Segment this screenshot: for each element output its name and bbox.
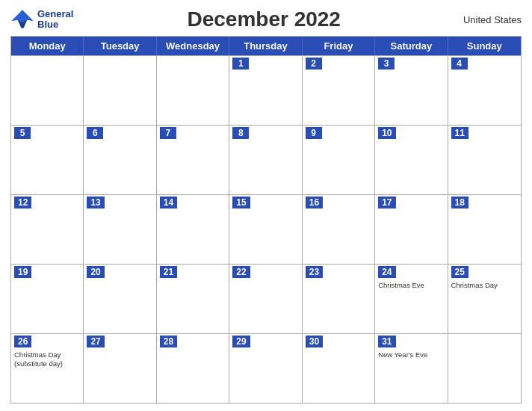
week-2: 567891011 [11,125,521,194]
country-label: United States [454,14,522,25]
day-number: 24 [378,266,395,278]
day-number: 15 [232,197,250,208]
cell-empty: 0 [84,56,156,125]
day-number: 18 [451,197,468,208]
cell-day-6: 6 [84,126,156,194]
day-header-monday: Monday [11,37,84,55]
logo-area: General Blue [10,9,73,31]
cell-event: Christmas Eve [378,281,444,290]
cell-day-4: 4 [448,56,521,125]
day-number: 11 [451,127,468,139]
cell-day-13: 13 [84,195,156,264]
week-5: 26Christmas Day (substitute day)27282930… [11,333,521,403]
cell-day-7: 7 [157,126,229,194]
cell-day-22: 22 [229,265,302,333]
day-header-wednesday: Wednesday [157,37,229,55]
day-number: 13 [87,197,104,208]
day-number: 20 [87,266,104,278]
cell-day-15: 15 [229,195,302,264]
day-number: 9 [306,127,322,139]
week-3: 12131415161718 [11,194,521,264]
day-number: 21 [160,266,177,278]
day-number: 29 [232,336,250,347]
cell-day-14: 14 [157,195,229,264]
cell-event: Christmas Day (substitute day) [14,350,80,369]
cell-event: New Year's Eve [378,350,444,359]
day-number: 26 [14,336,31,347]
cell-day-21: 21 [157,265,229,333]
month-title: December 2022 [73,7,454,31]
day-number: 25 [451,266,468,278]
day-number: 16 [306,197,323,208]
week-4: 192021222324Christmas Eve25Christmas Day [11,264,521,333]
cell-day-29: 29 [229,334,302,403]
cell-day-3: 3 [375,56,448,125]
day-number: 2 [306,58,322,69]
day-number: 17 [378,197,395,208]
cell-day-28: 28 [157,334,229,403]
day-number: 12 [14,197,31,208]
day-header-saturday: Saturday [375,37,448,55]
header: General Blue December 2022 United States [10,7,522,31]
cell-day-16: 16 [303,195,375,264]
cell-day-19: 19 [11,265,84,333]
cell-day-1: 1 [229,56,302,125]
cell-day-11: 11 [448,126,521,194]
cell-day-20: 20 [84,265,156,333]
cell-day-9: 9 [303,126,375,194]
day-number: 8 [232,127,249,139]
logo-text: General Blue [37,9,73,31]
day-number: 31 [378,336,395,347]
day-header-friday: Friday [303,37,375,55]
day-number: 14 [160,197,177,208]
day-header-thursday: Thursday [229,37,302,55]
day-number: 1 [232,58,249,69]
day-number: 10 [378,127,395,139]
cell-day-26: 26Christmas Day (substitute day) [11,334,84,403]
cell-day-25: 25Christmas Day [448,265,521,333]
cell-day-17: 17 [375,195,448,264]
cell-empty: 0 [11,56,84,125]
day-number: 28 [160,336,177,347]
day-number: 19 [14,266,31,278]
day-number: 30 [306,336,323,347]
cell-empty: 0 [157,56,229,125]
day-number: 4 [451,58,468,69]
cell-event: Christmas Day [451,281,518,290]
day-number: 27 [87,336,104,347]
day-number: 22 [232,266,250,278]
day-number: 7 [160,127,176,139]
day-number: 0 [14,58,31,69]
cell-day-2: 2 [303,56,375,125]
day-headers: MondayTuesdayWednesdayThursdayFridaySatu… [11,37,521,55]
weeks: 0001234567891011121314151617181920212223… [11,55,521,403]
cell-day-8: 8 [229,126,302,194]
cell-day-12: 12 [11,195,84,264]
cell-day-27: 27 [84,334,156,403]
day-header-sunday: Sunday [448,37,521,55]
cell-day-23: 23 [303,265,375,333]
calendar: MondayTuesdayWednesdayThursdayFridaySatu… [10,36,522,404]
cell-day-10: 10 [375,126,448,194]
cell-day-24: 24Christmas Eve [375,265,448,333]
day-number: 0 [451,336,468,347]
calendar-page: General Blue December 2022 United States… [0,0,532,411]
day-number: 6 [87,127,103,139]
day-header-tuesday: Tuesday [84,37,156,55]
cell-day-5: 5 [11,126,84,194]
day-number: 0 [87,58,103,69]
day-number: 23 [306,266,323,278]
day-number: 0 [160,58,176,69]
week-1: 0001234 [11,55,521,125]
cell-day-18: 18 [448,195,521,264]
svg-marker-1 [12,10,34,22]
logo-icon [10,9,34,30]
cell-day-31: 31New Year's Eve [375,334,448,403]
cell-day-30: 30 [303,334,375,403]
cell-empty: 0 [448,334,521,403]
day-number: 3 [378,58,395,69]
day-number: 5 [14,127,31,139]
